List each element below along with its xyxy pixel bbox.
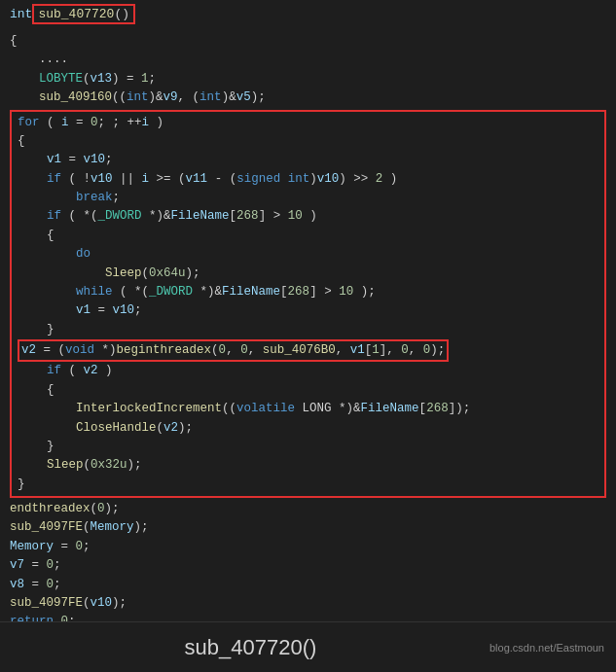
code-line-beginthreadex: v2 = (void *)beginthreadex(0, 0, sub_407… [18, 339, 598, 362]
code-line-brace6: } [18, 476, 598, 494]
for-loop-highlight-box: for ( i = 0; ; ++i ) { v1 = v10; if ( !v… [10, 110, 606, 499]
code-line-if-v2: if ( v2 ) [18, 362, 598, 380]
function-title-box: sub_407720() [32, 4, 135, 24]
code-line-interlocked: InterlockedIncrement((volatile LONG *)&F… [18, 400, 598, 418]
code-line-endthreadex: endthreadex(0); [10, 500, 606, 518]
code-line-memory-zero: Memory = 0; [10, 538, 606, 556]
bottom-bar: sub_407720() blog.csdn.net/Eastmoun [0, 621, 616, 672]
code-line-for: for ( i = 0; ; ++i ) [18, 114, 598, 132]
beginthreadex-highlight: v2 = (void *)beginthreadex(0, 0, sub_407… [18, 339, 449, 362]
code-line-brace1: { [18, 132, 598, 151]
code-line-brace3: } [18, 321, 598, 339]
code-line-sub409160: sub_409160((int)&v9, (int)&v5); [10, 88, 606, 107]
code-line-v7-zero: v7 = 0; [10, 556, 606, 575]
code-area: { .... LOBYTE(v13) = 1; sub_409160((int)… [0, 26, 616, 656]
code-line-v8-zero: v8 = 0; [10, 576, 606, 594]
code-line-if-v10: if ( !v10 || i >= (v11 - (signed int)v10… [18, 170, 598, 189]
code-line-open-brace: { [10, 32, 606, 51]
watermark: blog.csdn.net/Eastmoun [489, 642, 604, 654]
code-line-sleep64: Sleep(0x64u); [18, 265, 598, 283]
code-line-do: do [18, 245, 598, 264]
code-line-dots: .... [10, 51, 606, 69]
code-line-brace2: { [18, 227, 598, 245]
main-container: int sub_407720() { .... LOBYTE(v13) = 1;… [0, 0, 616, 672]
code-line-v1-v10: v1 = v10; [18, 151, 598, 169]
code-line-brace5: } [18, 438, 598, 456]
bottom-func-title: sub_407720() [185, 635, 317, 660]
code-line-closehandle: CloseHandle(v2); [18, 419, 598, 438]
function-name-title: sub_407720 [38, 7, 114, 21]
code-line-sleep32: Sleep(0x32u); [18, 456, 598, 475]
code-line-if-dword: if ( *(_DWORD *)&FileName[268] > 10 ) [18, 207, 598, 226]
code-line-brace4: { [18, 381, 598, 400]
code-line-sub4097fe-v10: sub_4097FE(v10); [10, 594, 606, 613]
code-line-lobyte: LOBYTE(v13) = 1; [10, 70, 606, 88]
code-line-sub4097fe-memory: sub_4097FE(Memory); [10, 518, 606, 537]
code-line-break: break; [18, 189, 598, 207]
code-line-v1-v10-2: v1 = v10; [18, 301, 598, 320]
parens: () [114, 7, 129, 21]
title-line: int sub_407720() [0, 0, 616, 26]
return-type: int [10, 7, 32, 21]
code-line-while: while ( *(_DWORD *)&FileName[268] > 10 )… [18, 283, 598, 301]
